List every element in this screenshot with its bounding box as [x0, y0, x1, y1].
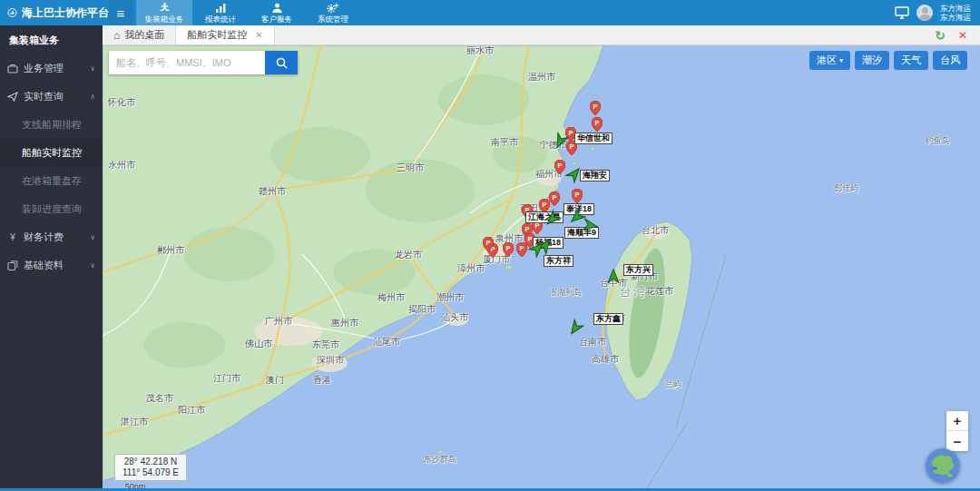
chevron-down-icon: ▾	[839, 56, 843, 64]
zoom-out-button[interactable]: −	[946, 431, 968, 451]
nav-customer-service[interactable]: 客户服务	[249, 0, 305, 25]
chevron-down-icon: ∨	[90, 233, 95, 241]
home-icon: ⌂	[113, 29, 120, 42]
ship-heading-arrow-icon[interactable]	[607, 269, 620, 288]
ship-label[interactable]: 东方鑫	[593, 313, 623, 325]
top-nav: 集装箱业务 报表统计 客户服务	[136, 0, 361, 25]
longitude-readout: 111° 54.079 E	[122, 467, 179, 478]
refresh-tabs-icon[interactable]: ↻	[935, 28, 946, 43]
search-button[interactable]	[265, 51, 298, 74]
close-tab-icon[interactable]: ✕	[255, 30, 262, 40]
sidebar-item-basic-data[interactable]: 基础资料 ∨	[0, 251, 103, 280]
cursor-coordinates: 28° 42.218 N 111° 54.079 E	[114, 454, 187, 481]
nav-system-admin[interactable]: 系统管理	[305, 0, 361, 25]
map-base-layer	[103, 45, 980, 488]
svg-text:P: P	[574, 191, 579, 199]
header-right: 东方海运 东方海运	[895, 0, 980, 25]
monitor-icon[interactable]	[895, 6, 909, 19]
nav-label: 客户服务	[261, 15, 292, 24]
ship-search-input[interactable]	[109, 51, 265, 74]
ship-label[interactable]: 东方祥	[544, 255, 573, 267]
nav-container-business[interactable]: 集装箱业务	[136, 0, 192, 25]
tide-button[interactable]: 潮汐	[855, 51, 889, 70]
sidebar-item-realtime-query[interactable]: 实时查询 ∧	[0, 83, 103, 111]
sidebar-item-finance-billing[interactable]: ¥ 财务计费 ∨	[0, 223, 103, 251]
ship-label[interactable]: 华信世和	[574, 133, 612, 144]
tab-my-desktop[interactable]: ⌂ 我的桌面	[103, 25, 175, 44]
nav-report-stats[interactable]: 报表统计	[192, 0, 249, 25]
sidebar: 集装箱业务 业务管理 ∨ 实时查询 ∧ 支线船期排程 船舶实时监控 在港箱量盘存…	[0, 25, 103, 488]
svg-text:P: P	[505, 244, 510, 252]
sidebar-item-business-management[interactable]: 业务管理 ∨	[0, 54, 103, 83]
search-icon	[276, 57, 288, 69]
hamburger-menu-icon[interactable]: ≡	[109, 0, 132, 25]
svg-text:P: P	[485, 239, 490, 247]
port-pin-icon[interactable]: P	[590, 101, 601, 118]
sidebar-item-label: 基础资料	[24, 259, 64, 272]
sidebar-item-ship-realtime-monitor[interactable]: 船舶实时监控	[0, 139, 103, 167]
report-stats-icon	[215, 3, 227, 14]
documents-icon	[7, 260, 18, 270]
typhoon-button[interactable]: 台风	[933, 51, 967, 70]
ship-label[interactable]: 东方兴	[623, 264, 653, 276]
chevron-up-icon: ∧	[90, 93, 95, 101]
port-pin-icon[interactable]: P	[503, 242, 514, 260]
briefcase-icon	[7, 64, 18, 74]
zoom-in-button[interactable]: +	[946, 411, 968, 431]
user-avatar[interactable]	[916, 5, 933, 21]
globe-overview-button[interactable]	[926, 448, 960, 483]
tab-bar: ⌂ 我的桌面 船舶实时监控 ✕ ↻ ✕	[103, 25, 980, 45]
tab-ship-realtime-monitor[interactable]: 船舶实时监控 ✕	[175, 25, 274, 44]
svg-text:P: P	[552, 193, 556, 201]
tab-label: 船舶实时监控	[187, 28, 247, 42]
sidebar-item-label: 财务计费	[24, 231, 64, 244]
port-pin-icon[interactable]: P	[554, 160, 565, 177]
sidebar-section-title: 集装箱业务	[0, 25, 103, 54]
map-scale: 50nm	[116, 482, 154, 488]
globe-icon	[926, 448, 960, 483]
nav-label: 报表统计	[205, 15, 236, 24]
app-header: 海上巴士协作平台 ≡ 集装箱业务 报表统计 客户服务	[0, 0, 980, 25]
user-name: 东方海运	[940, 13, 971, 22]
close-all-icon[interactable]: ✕	[958, 29, 967, 42]
yuan-icon: ¥	[7, 232, 18, 242]
sidebar-item-feeder-schedule[interactable]: 支线船期排程	[0, 111, 103, 139]
svg-text:P: P	[524, 225, 529, 233]
svg-text:P: P	[593, 103, 597, 111]
sidebar-item-label: 实时查询	[24, 90, 64, 103]
realtime-query-children: 支线船期排程 船舶实时监控 在港箱量盘存 装卸进度查询	[0, 111, 103, 223]
tab-label: 我的桌面	[124, 28, 164, 42]
nav-label: 集装箱业务	[145, 15, 184, 24]
svg-text:P: P	[594, 119, 599, 127]
sidebar-item-port-container-inventory[interactable]: 在港箱量盘存	[0, 167, 103, 195]
chevron-down-icon: ∨	[90, 261, 95, 270]
latitude-readout: 28° 42.218 N	[122, 457, 179, 467]
map-canvas[interactable]: 丽水市 温州市 怀化市 永州市 郴州市 南平市 三明市 宁德市 福州市 莆田市 …	[103, 45, 980, 488]
container-business-icon	[159, 3, 171, 14]
scale-label: 50nm	[116, 482, 154, 488]
app-brand: 海上巴士协作平台	[0, 0, 109, 25]
map-layer-buttons: 港区 ▾ 潮汐 天气 台风	[809, 51, 967, 70]
svg-text:P: P	[569, 142, 573, 151]
weather-button[interactable]: 天气	[894, 51, 928, 70]
customer-service-icon	[271, 3, 283, 14]
svg-text:P: P	[542, 201, 546, 209]
sidebar-item-loading-progress-query[interactable]: 装卸进度查询	[0, 195, 103, 223]
zoom-control: + −	[946, 411, 968, 451]
nav-label: 系统管理	[318, 15, 348, 24]
port-pin-icon[interactable]: P	[483, 237, 494, 254]
send-icon	[7, 92, 18, 102]
svg-text:P: P	[527, 235, 532, 243]
ship-search	[109, 51, 298, 74]
svg-text:P: P	[519, 244, 524, 252]
port-area-button[interactable]: 港区 ▾	[809, 51, 850, 70]
svg-text:P: P	[557, 162, 562, 170]
user-info[interactable]: 东方海运 东方海运	[940, 4, 971, 22]
app-title: 海上巴士协作平台	[22, 5, 109, 21]
system-admin-icon	[327, 3, 339, 14]
user-company: 东方海运	[940, 4, 971, 13]
logo-icon	[7, 5, 17, 20]
chevron-down-icon: ∨	[90, 64, 95, 73]
sidebar-item-label: 业务管理	[24, 62, 64, 75]
